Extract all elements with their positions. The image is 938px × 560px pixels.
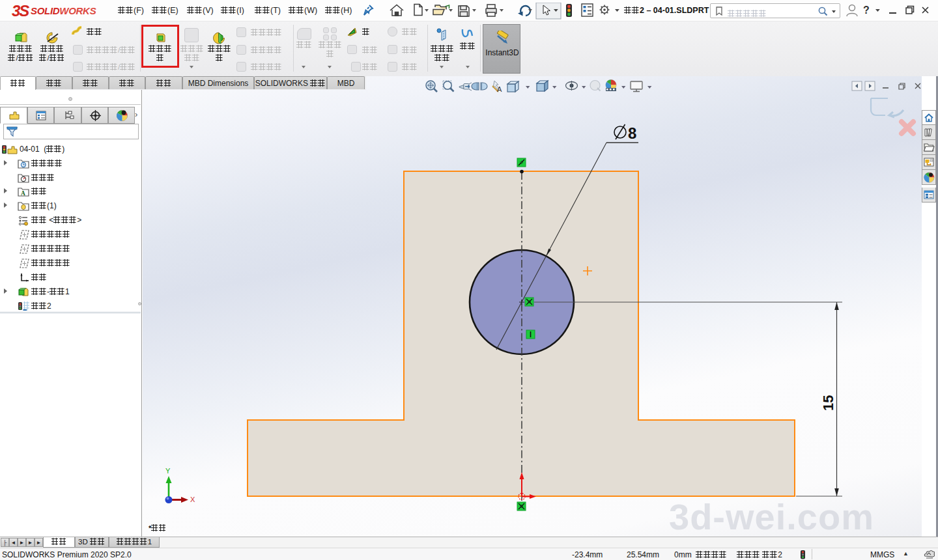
svg-text:SOLIDWORKS: SOLIDWORKS — [31, 5, 96, 16]
svg-text:15: 15 — [820, 395, 836, 411]
svg-text:A: A — [21, 190, 25, 197]
svg-text:X: X — [190, 496, 195, 503]
svg-text:8: 8 — [628, 124, 636, 142]
svg-text:3S: 3S — [12, 2, 29, 20]
svg-text:?: ? — [863, 5, 870, 16]
svg-text:Y: Y — [165, 467, 171, 475]
svg-text:A: A — [497, 85, 502, 93]
